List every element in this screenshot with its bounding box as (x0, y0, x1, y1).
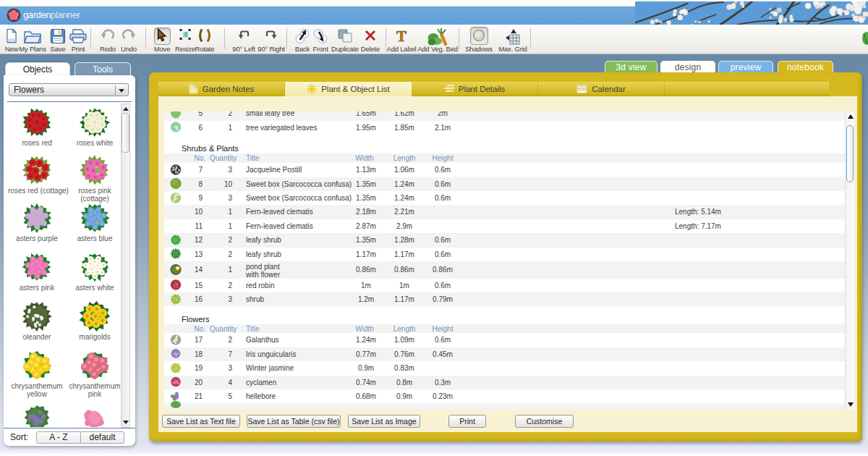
svg-text:T: T (396, 28, 407, 44)
